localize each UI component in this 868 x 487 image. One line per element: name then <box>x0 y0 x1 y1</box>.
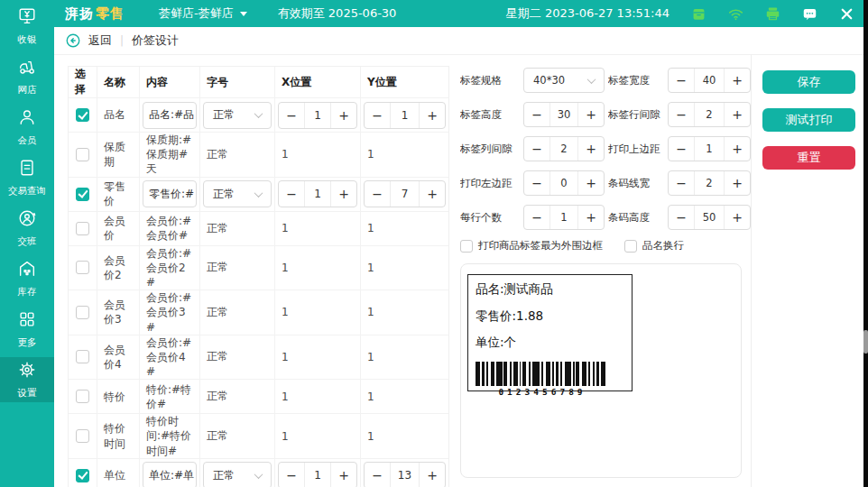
option-checkbox[interactable] <box>624 240 637 253</box>
select-cell <box>69 335 97 381</box>
font-size-select[interactable]: 正常 <box>203 180 272 207</box>
option-checkbox-item[interactable]: 打印商品标签最为外围边框 <box>460 239 603 253</box>
row-checkbox[interactable] <box>76 261 89 274</box>
column-header: Y位置 <box>361 67 448 98</box>
increment-button[interactable]: + <box>725 171 750 195</box>
increment-button[interactable]: + <box>725 206 750 229</box>
action-button-danger[interactable]: 重置 <box>762 146 855 170</box>
increment-button[interactable]: + <box>331 103 356 128</box>
setting-stepper-value: 0 <box>549 171 578 195</box>
sidebar-item-cashier[interactable]: 收银 <box>0 4 54 49</box>
font-size-text: 正常 <box>207 221 228 236</box>
option-checkbox-item[interactable]: 品名换行 <box>624 239 684 253</box>
select-cell <box>69 246 97 291</box>
font-cell: 正常 <box>200 133 275 178</box>
content-input[interactable]: 零售价:# <box>143 180 197 207</box>
decrement-button[interactable]: − <box>279 103 304 128</box>
increment-button[interactable]: + <box>420 463 445 487</box>
row-checkbox[interactable] <box>76 306 89 319</box>
font-size-select[interactable]: 正常 <box>203 462 272 487</box>
increment-button[interactable]: + <box>578 171 604 195</box>
row-checkbox[interactable] <box>76 148 89 161</box>
y-position-stepper: −7+ <box>364 180 446 207</box>
preview-container: 品名:测试商品零售价:1.88单位:个 0123456789 <box>460 263 742 478</box>
sidebar-item-shift[interactable]: 交班 <box>0 206 54 251</box>
row-checkbox[interactable] <box>76 350 89 363</box>
row-checkbox[interactable] <box>76 469 89 482</box>
setting-stepper: −30+ <box>523 102 605 127</box>
decrement-button[interactable]: − <box>669 103 694 126</box>
decrement-button[interactable]: − <box>524 103 549 126</box>
y-cell: 1 <box>361 212 448 246</box>
action-button-primary[interactable]: 保存 <box>762 70 855 94</box>
label-spec-select[interactable]: 40*30 <box>523 68 605 93</box>
store-selector[interactable]: 荟鲜店-荟鲜店 <box>159 5 247 22</box>
action-button-primary[interactable]: 测试打印 <box>762 108 855 132</box>
increment-button[interactable]: + <box>578 206 604 229</box>
printer-icon[interactable] <box>763 5 781 23</box>
row-checkbox[interactable] <box>76 222 89 235</box>
increment-button[interactable]: + <box>331 181 356 207</box>
sidebar-item-transactions[interactable]: 交易查询 <box>0 155 54 200</box>
increment-button[interactable]: + <box>420 103 445 128</box>
sidebar-item-inventory[interactable]: 库存 <box>0 256 54 301</box>
decrement-button[interactable]: − <box>365 463 390 487</box>
row-checkbox[interactable] <box>76 188 89 201</box>
decrement-button[interactable]: − <box>365 103 390 128</box>
back-label[interactable]: 返回 <box>88 32 112 49</box>
content-input[interactable]: 单位:#单 <box>143 462 197 487</box>
close-icon[interactable] <box>837 5 855 23</box>
increment-button[interactable]: + <box>420 181 445 207</box>
decrement-button[interactable]: − <box>669 206 694 229</box>
content-text: 会员价:#会员价3# <box>146 290 193 335</box>
content-text: 会员价:#会员价# <box>146 214 193 243</box>
inventory-icon <box>17 259 37 282</box>
x-position-stepper-value: 1 <box>304 181 331 207</box>
chevron-down-icon <box>240 12 247 16</box>
window-scrollbar[interactable] <box>863 0 868 487</box>
decrement-button[interactable]: − <box>279 463 304 487</box>
y-cell: 1 <box>361 133 448 178</box>
increment-button[interactable]: + <box>578 103 604 126</box>
decrement-button[interactable]: − <box>669 137 694 161</box>
row-checkbox[interactable] <box>76 390 89 403</box>
name-cell: 特价 <box>97 380 140 414</box>
y-cell: 1 <box>361 246 448 291</box>
wifi-icon <box>726 5 744 23</box>
increment-button[interactable]: + <box>725 69 750 92</box>
font-cell: 正常 <box>200 178 275 212</box>
setting-stepper: −2+ <box>668 170 751 196</box>
content-input[interactable]: 品名:#品 <box>143 102 197 129</box>
decrement-button[interactable]: − <box>669 171 694 195</box>
select-cell <box>69 178 97 212</box>
increment-button[interactable]: + <box>578 137 604 161</box>
decrement-button[interactable]: − <box>524 171 549 195</box>
barcode-image <box>476 362 609 386</box>
decrement-button[interactable]: − <box>524 137 549 161</box>
setting-stepper-value: 30 <box>549 103 578 126</box>
table-row: 会员价3会员价:#会员价3#正常11 <box>69 290 448 335</box>
sidebar-item-member[interactable]: 会员 <box>0 105 54 150</box>
sidebar-item-settings[interactable]: 设置 <box>0 357 54 402</box>
decrement-button[interactable]: − <box>524 206 549 229</box>
x-position-stepper: −1+ <box>278 102 357 129</box>
row-checkbox[interactable] <box>76 108 89 122</box>
sidebar: 收银网店会员交易查询交班库存更多设置 <box>0 0 54 487</box>
decrement-button[interactable]: − <box>279 181 304 207</box>
sidebar-item-more[interactable]: 更多 <box>0 307 54 352</box>
decrement-button[interactable]: − <box>365 181 390 207</box>
setting-label: 标签行间隙 <box>608 108 664 122</box>
topbar: 湃扬零售 荟鲜店-荟鲜店 有效期至 2025-06-30 星期二 2023-06… <box>0 0 868 27</box>
increment-button[interactable]: + <box>331 463 356 487</box>
name-cell: 保质期 <box>97 133 140 178</box>
row-checkbox[interactable] <box>76 429 89 443</box>
scrollbar-thumb[interactable] <box>863 330 868 354</box>
font-size-select[interactable]: 正常 <box>203 102 272 129</box>
back-button[interactable] <box>65 32 81 49</box>
decrement-button[interactable]: − <box>669 69 694 92</box>
increment-button[interactable]: + <box>725 103 750 126</box>
increment-button[interactable]: + <box>725 137 750 161</box>
sidebar-item-online-store[interactable]: 网店 <box>0 54 54 99</box>
chat-icon[interactable] <box>800 5 818 23</box>
option-checkbox[interactable] <box>460 240 473 253</box>
